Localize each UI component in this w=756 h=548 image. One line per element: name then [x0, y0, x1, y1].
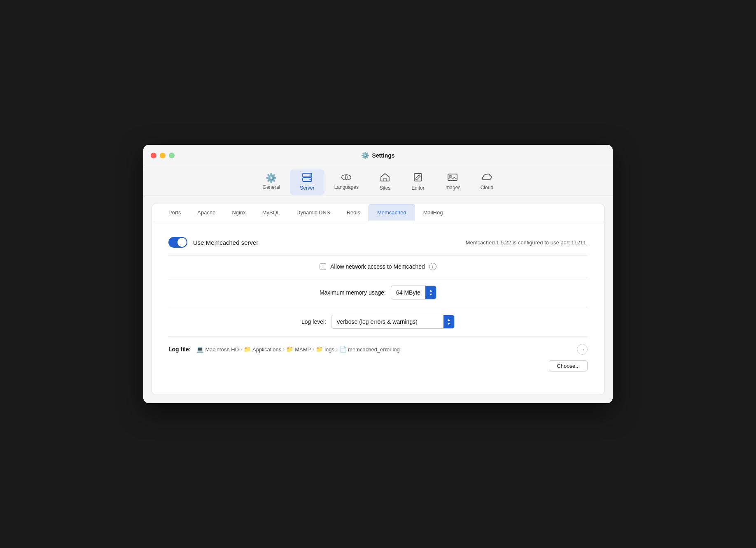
memcached-status-text: Memcached 1.5.22 is configured to use po…	[466, 239, 588, 246]
log-level-value: Verbose (log errors & warnings)	[331, 316, 443, 327]
general-icon: ⚙️	[266, 174, 277, 183]
tab-apache[interactable]: Apache	[189, 204, 224, 221]
svg-rect-7	[448, 174, 457, 181]
toolbar-item-server[interactable]: Server	[290, 170, 324, 195]
window-title-area: ⚙️ Settings	[361, 151, 394, 159]
toolbar-item-editor[interactable]: Editor	[401, 170, 434, 195]
navigate-icon[interactable]: →	[577, 344, 588, 355]
memory-stepper[interactable]: ▲ ▼	[425, 286, 436, 299]
network-access-label: Allow network access to Memcached	[330, 263, 425, 270]
svg-point-3	[309, 179, 310, 180]
cloud-icon	[481, 173, 492, 183]
network-access-checkbox[interactable]	[320, 263, 326, 270]
log-level-select-row: Log level: Verbose (log errors & warning…	[168, 315, 588, 329]
close-button[interactable]	[151, 153, 156, 158]
logfile-path-row: Log file: 💻 Macintosh HD › 📁 Application…	[168, 344, 588, 355]
memcached-toggle-row: Use Memcached server Memcached 1.5.22 is…	[168, 233, 588, 255]
languages-icon	[341, 174, 351, 183]
server-icon	[302, 173, 312, 183]
toolbar-item-general[interactable]: ⚙️ General	[253, 170, 290, 194]
toolbar-item-languages[interactable]: Languages	[324, 170, 369, 194]
log-stepper-up-icon: ▲	[447, 318, 451, 322]
cloud-label: Cloud	[481, 185, 493, 190]
logs-folder-icon: 📁	[316, 346, 323, 353]
panel-body: Use Memcached server Memcached 1.5.22 is…	[152, 221, 604, 395]
main-toolbar: ⚙️ General Server Lan	[143, 166, 613, 195]
checkbox-row: Allow network access to Memcached i	[168, 263, 588, 270]
zoom-button[interactable]	[169, 153, 175, 158]
memory-select[interactable]: 64 MByte ▲ ▼	[391, 286, 436, 300]
memory-select-row: Maximum memory usage: 64 MByte ▲ ▼	[168, 286, 588, 300]
memory-row: Maximum memory usage: 64 MByte ▲ ▼	[168, 278, 588, 307]
settings-icon: ⚙️	[361, 151, 369, 159]
server-label: Server	[300, 185, 314, 191]
memory-label: Maximum memory usage:	[320, 289, 386, 296]
tab-memcached[interactable]: Memcached	[369, 204, 415, 221]
info-icon[interactable]: i	[429, 263, 436, 270]
tab-dynamic-dns[interactable]: Dynamic DNS	[288, 204, 338, 221]
editor-label: Editor	[411, 185, 424, 191]
applications-folder-icon: 📁	[244, 346, 251, 353]
toggle-label: Use Memcached server	[193, 239, 258, 246]
svg-rect-6	[414, 174, 422, 181]
tab-mysql[interactable]: MySQL	[254, 204, 288, 221]
svg-rect-5	[384, 178, 386, 181]
svg-point-4	[342, 175, 351, 180]
path-logs: logs	[324, 346, 334, 353]
network-access-row: Allow network access to Memcached i	[168, 255, 588, 278]
path-mamp: MAMP	[295, 346, 311, 353]
minimize-button[interactable]	[160, 153, 166, 158]
breadcrumb-path: 💻 Macintosh HD › 📁 Applications › 📁 MAMP…	[196, 346, 573, 353]
tab-nginx[interactable]: Nginx	[224, 204, 254, 221]
path-macintosh-hd: Macintosh HD	[205, 346, 239, 353]
log-level-row: Log level: Verbose (log errors & warning…	[168, 307, 588, 337]
sites-icon	[380, 173, 390, 183]
tab-redis[interactable]: Redis	[338, 204, 369, 221]
toolbar-item-sites[interactable]: Sites	[369, 170, 401, 195]
path-applications: Applications	[252, 346, 281, 353]
mamp-folder-icon: 📁	[286, 346, 293, 353]
logfile-file-icon: 📄	[339, 346, 346, 353]
choose-button[interactable]: Choose...	[549, 360, 588, 372]
memcached-toggle[interactable]	[168, 237, 187, 248]
svg-point-2	[309, 174, 310, 176]
log-level-label: Log level:	[301, 318, 326, 325]
sub-tab-bar: Ports Apache Nginx MySQL Dynamic DNS Red…	[152, 204, 604, 221]
tab-ports[interactable]: Ports	[160, 204, 189, 221]
general-label: General	[263, 184, 280, 190]
log-level-select[interactable]: Verbose (log errors & warnings) ▲ ▼	[331, 315, 455, 329]
tab-mailhog[interactable]: MailHog	[415, 204, 451, 221]
toolbar-item-cloud[interactable]: Cloud	[470, 170, 503, 195]
memory-value: 64 MByte	[391, 287, 425, 298]
images-label: Images	[444, 185, 460, 190]
log-stepper-down-icon: ▼	[447, 322, 451, 326]
content-area: Ports Apache Nginx MySQL Dynamic DNS Red…	[143, 195, 613, 403]
logfile-label: Log file:	[168, 346, 191, 353]
logfile-bottom: Choose...	[168, 358, 588, 376]
sites-label: Sites	[380, 185, 391, 191]
path-filename: memcached_error.log	[348, 346, 400, 353]
window-title: Settings	[372, 152, 394, 159]
drive-icon: 💻	[196, 346, 203, 353]
toolbar-item-images[interactable]: Images	[434, 170, 470, 195]
settings-window: ⚙️ Settings ⚙️ General Server	[143, 145, 613, 403]
stepper-up-icon: ▲	[429, 289, 433, 293]
traffic-lights	[151, 153, 175, 158]
languages-label: Languages	[334, 184, 359, 190]
editor-icon	[413, 173, 422, 183]
stepper-down-icon: ▼	[429, 293, 433, 297]
log-level-stepper[interactable]: ▲ ▼	[443, 315, 454, 328]
settings-panel: Ports Apache Nginx MySQL Dynamic DNS Red…	[152, 204, 604, 395]
toggle-container: Use Memcached server	[168, 237, 466, 248]
images-icon	[448, 173, 457, 183]
titlebar: ⚙️ Settings	[143, 145, 613, 166]
logfile-row: Log file: 💻 Macintosh HD › 📁 Application…	[168, 337, 588, 383]
